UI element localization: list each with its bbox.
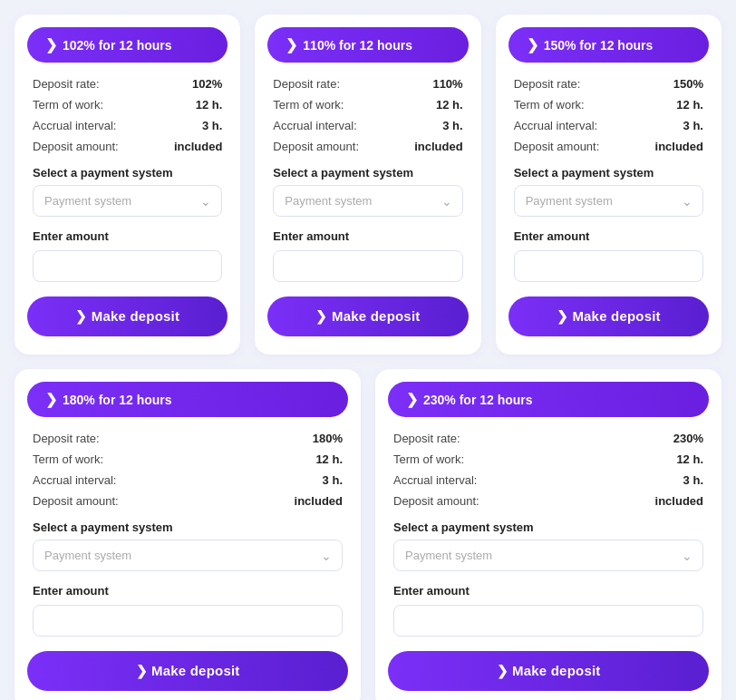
accrual-value: 3 h. — [442, 119, 462, 132]
deposit-rate-value: 150% — [673, 77, 703, 91]
select-payment-label: Select a payment system — [33, 520, 343, 534]
deposit-amount-value: included — [174, 140, 222, 153]
deposit-amount-label: Deposit amount: — [33, 140, 119, 153]
payment-system-select-wrapper: Payment system Bitcoin Ethereum PayPal — [273, 185, 462, 217]
term-value: 12 h. — [196, 98, 223, 112]
plan-header: ❯ 110% for 12 hours — [267, 27, 468, 63]
term-value: 12 h. — [436, 98, 463, 112]
deposit-amount-row: Deposit amount: included — [33, 140, 222, 153]
deposit-amount-label: Deposit amount: — [33, 494, 119, 508]
deposit-rate-label: Deposit rate: — [33, 77, 100, 91]
accrual-value: 3 h. — [202, 119, 222, 132]
amount-input[interactable] — [33, 605, 343, 637]
deposit-rate-value: 102% — [192, 77, 222, 91]
payment-system-select[interactable]: Payment system Bitcoin Ethereum PayPal — [273, 185, 462, 217]
payment-system-select-wrapper: Payment system Bitcoin Ethereum PayPal — [514, 185, 703, 217]
deposit-rate-value: 110% — [432, 77, 462, 91]
amount-input[interactable] — [273, 250, 462, 282]
plan-header: ❯ 102% for 12 hours — [27, 27, 228, 63]
deposit-amount-value: included — [655, 140, 703, 153]
chevron-icon: ❯ — [406, 391, 418, 408]
make-deposit-button[interactable]: ❯ Make deposit — [27, 651, 348, 691]
investment-plan-card: ❯ 102% for 12 hours Deposit rate: 102% T… — [15, 15, 240, 355]
accrual-row: Accrual interval: 3 h. — [514, 119, 703, 132]
deposit-rate-value: 230% — [673, 432, 703, 445]
plan-title: 180% for 12 hours — [63, 393, 172, 407]
chevron-icon: ❯ — [45, 36, 57, 53]
plan-title: 110% for 12 hours — [303, 38, 412, 53]
deposit-rate-value: 180% — [313, 432, 343, 445]
plan-title: 230% for 12 hours — [423, 393, 533, 407]
term-label: Term of work: — [273, 98, 344, 112]
deposit-rate-row: Deposit rate: 110% — [273, 77, 462, 91]
term-value: 12 h. — [676, 98, 703, 112]
accrual-label: Accrual interval: — [514, 119, 597, 132]
deposit-rate-row: Deposit rate: 102% — [33, 77, 222, 91]
make-deposit-button[interactable]: ❯ Make deposit — [267, 297, 468, 336]
plan-header: ❯ 180% for 12 hours — [27, 382, 348, 417]
deposit-amount-row: Deposit amount: included — [393, 494, 703, 508]
plan-header: ❯ 230% for 12 hours — [388, 382, 709, 417]
deposit-amount-row: Deposit amount: included — [514, 140, 703, 153]
deposit-amount-label: Deposit amount: — [393, 494, 479, 508]
accrual-row: Accrual interval: 3 h. — [33, 473, 343, 487]
deposit-rate-row: Deposit rate: 230% — [393, 432, 703, 445]
deposit-amount-row: Deposit amount: included — [273, 140, 462, 153]
select-payment-label: Select a payment system — [273, 166, 462, 180]
enter-amount-label: Enter amount — [33, 584, 343, 598]
deposit-amount-label: Deposit amount: — [514, 140, 600, 153]
deposit-rate-row: Deposit rate: 180% — [33, 432, 343, 445]
term-row: Term of work: 12 h. — [33, 98, 222, 112]
deposit-amount-row: Deposit amount: included — [33, 494, 343, 508]
investment-plan-card: ❯ 180% for 12 hours Deposit rate: 180% T… — [15, 369, 361, 700]
enter-amount-label: Enter amount — [33, 229, 222, 243]
deposit-amount-value: included — [414, 140, 462, 153]
plan-title: 150% for 12 hours — [544, 38, 654, 53]
deposit-amount-value: included — [295, 494, 343, 508]
make-deposit-button[interactable]: ❯ Make deposit — [388, 651, 709, 691]
enter-amount-label: Enter amount — [514, 229, 703, 243]
accrual-value: 3 h. — [683, 119, 703, 132]
accrual-row: Accrual interval: 3 h. — [393, 473, 703, 487]
term-row: Term of work: 12 h. — [273, 98, 462, 112]
chevron-icon: ❯ — [45, 391, 57, 408]
investment-plan-card: ❯ 230% for 12 hours Deposit rate: 230% T… — [375, 369, 721, 700]
deposit-rate-label: Deposit rate: — [514, 77, 581, 91]
amount-input[interactable] — [33, 250, 222, 282]
payment-system-select-wrapper: Payment system Bitcoin Ethereum PayPal — [33, 185, 222, 217]
amount-input[interactable] — [514, 250, 703, 282]
term-row: Term of work: 12 h. — [393, 452, 703, 466]
payment-system-select[interactable]: Payment system Bitcoin Ethereum PayPal — [514, 185, 703, 217]
select-payment-label: Select a payment system — [514, 166, 703, 180]
term-row: Term of work: 12 h. — [33, 452, 343, 466]
deposit-rate-label: Deposit rate: — [273, 77, 340, 91]
accrual-row: Accrual interval: 3 h. — [33, 119, 222, 132]
make-deposit-button[interactable]: ❯ Make deposit — [508, 297, 709, 336]
investment-plan-card: ❯ 150% for 12 hours Deposit rate: 150% T… — [496, 15, 721, 355]
accrual-row: Accrual interval: 3 h. — [273, 119, 462, 132]
term-value: 12 h. — [315, 452, 343, 466]
investment-plan-card: ❯ 110% for 12 hours Deposit rate: 110% T… — [255, 15, 480, 355]
payment-system-select[interactable]: Payment system Bitcoin Ethereum PayPal — [33, 185, 222, 217]
deposit-amount-value: included — [655, 494, 703, 508]
deposit-rate-label: Deposit rate: — [393, 432, 460, 445]
accrual-label: Accrual interval: — [273, 119, 356, 132]
deposit-rate-row: Deposit rate: 150% — [514, 77, 703, 91]
payment-system-select[interactable]: Payment system Bitcoin Ethereum PayPal — [33, 540, 343, 571]
deposit-rate-label: Deposit rate: — [33, 432, 100, 445]
accrual-label: Accrual interval: — [33, 473, 116, 487]
amount-input[interactable] — [393, 605, 703, 637]
make-deposit-button[interactable]: ❯ Make deposit — [27, 297, 228, 336]
term-row: Term of work: 12 h. — [514, 98, 703, 112]
payment-system-select[interactable]: Payment system Bitcoin Ethereum PayPal — [393, 540, 703, 571]
term-label: Term of work: — [514, 98, 585, 112]
select-payment-label: Select a payment system — [33, 166, 222, 180]
enter-amount-label: Enter amount — [273, 229, 462, 243]
plan-title: 102% for 12 hours — [63, 38, 172, 53]
accrual-value: 3 h. — [323, 473, 343, 487]
term-label: Term of work: — [33, 98, 103, 112]
accrual-value: 3 h. — [683, 473, 703, 487]
chevron-icon: ❯ — [286, 36, 297, 53]
payment-system-select-wrapper: Payment system Bitcoin Ethereum PayPal — [33, 540, 343, 571]
accrual-label: Accrual interval: — [33, 119, 116, 132]
